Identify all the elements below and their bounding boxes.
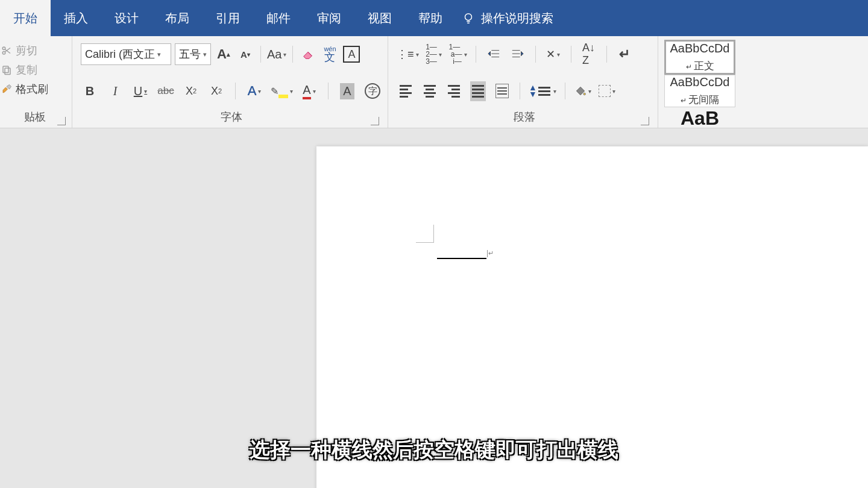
align-right-button[interactable] bbox=[445, 80, 463, 102]
tell-me-search[interactable]: 操作说明搜索 bbox=[456, 0, 559, 36]
tab-insert[interactable]: 插入 bbox=[51, 0, 101, 36]
style-label: ↵正文 bbox=[686, 59, 714, 73]
style-demo-text: AaB bbox=[681, 107, 719, 130]
svg-rect-4 bbox=[5, 68, 10, 75]
shading-button[interactable]: ▾ bbox=[574, 80, 592, 102]
separator bbox=[520, 83, 520, 99]
svg-point-0 bbox=[465, 14, 472, 20]
cut-button[interactable]: 剪切 bbox=[1, 41, 68, 60]
separator bbox=[292, 46, 293, 63]
decrease-indent-icon bbox=[487, 48, 500, 60]
spacing-lines-icon bbox=[538, 85, 550, 98]
borders-button[interactable]: ▾ bbox=[598, 80, 616, 102]
character-shading-button[interactable]: A bbox=[338, 80, 356, 102]
text-cursor: |↵ bbox=[486, 249, 494, 257]
cut-label: 剪切 bbox=[16, 43, 37, 58]
paragraph-group-label: 段落 bbox=[397, 110, 652, 128]
align-left-button[interactable] bbox=[397, 80, 415, 102]
ribbon: 剪切 复制 格式刷 贴板 Calibri (西文正▾ 五号▾ A▴ A▾ Aa▾ bbox=[0, 36, 868, 128]
decrease-indent-button[interactable] bbox=[485, 43, 503, 65]
spacing-arrows-icon: ▲▼ bbox=[529, 84, 537, 98]
separator bbox=[565, 83, 565, 99]
align-center-button[interactable] bbox=[421, 80, 439, 102]
asian-layout-button[interactable]: ✕▾ bbox=[544, 43, 562, 65]
font-color-button[interactable]: A▾ bbox=[300, 80, 318, 102]
format-painter-label: 格式刷 bbox=[16, 82, 48, 96]
highlight-button[interactable]: ✎ ▾ bbox=[271, 80, 293, 102]
line-spacing-button[interactable]: ▲▼ ▾ bbox=[529, 80, 556, 102]
show-hide-marks-button[interactable]: ↵ bbox=[615, 43, 634, 65]
separator bbox=[571, 46, 571, 63]
underline-button[interactable]: U▾ bbox=[131, 80, 149, 102]
align-center-icon bbox=[424, 83, 436, 99]
increase-indent-icon bbox=[511, 48, 524, 60]
scissors-icon bbox=[1, 45, 12, 56]
clipboard-launcher[interactable] bbox=[57, 117, 66, 125]
style-demo-text: AaBbCcDd bbox=[670, 75, 730, 89]
tab-review[interactable]: 审阅 bbox=[304, 0, 354, 36]
group-clipboard: 剪切 复制 格式刷 贴板 bbox=[0, 36, 72, 128]
text-effects-button[interactable]: A▾ bbox=[245, 80, 263, 102]
change-case-button[interactable]: Aa▾ bbox=[267, 43, 286, 65]
svg-point-5 bbox=[583, 93, 585, 95]
bullets-button[interactable]: ⋮≡▾ bbox=[397, 43, 419, 65]
paint-bucket-icon bbox=[574, 85, 587, 97]
tab-home[interactable]: 开始 bbox=[0, 0, 51, 36]
ribbon-tabs: 开始 插入 设计 布局 引用 邮件 审阅 视图 帮助 操作说明搜索 bbox=[0, 0, 868, 36]
group-font: Calibri (西文正▾ 五号▾ A▴ A▾ Aa▾ wén文 A B I U… bbox=[72, 36, 388, 128]
char-border-icon: A bbox=[343, 46, 360, 63]
style-label: ↵无间隔 bbox=[681, 93, 719, 107]
paintbrush-icon bbox=[1, 84, 12, 95]
font-launcher[interactable] bbox=[371, 117, 379, 125]
tab-layout[interactable]: 布局 bbox=[152, 0, 203, 36]
sort-button[interactable]: A↓Z bbox=[580, 43, 598, 65]
justify-icon bbox=[470, 81, 486, 101]
style-demo-text: AaBbCcDd bbox=[670, 42, 730, 55]
separator bbox=[328, 83, 329, 99]
multilevel-list-button[interactable]: 1— a— i—▾ bbox=[449, 43, 467, 65]
group-styles: AaBbCcDd ↵正文 AaBbCcDd ↵无间隔 AaB 标题 1 bbox=[658, 36, 868, 128]
tab-reference[interactable]: 引用 bbox=[203, 0, 253, 36]
italic-button[interactable]: I bbox=[106, 80, 124, 102]
margin-corner-mark bbox=[416, 225, 434, 243]
format-painter-button[interactable]: 格式刷 bbox=[1, 80, 68, 99]
strikethrough-button[interactable]: abc bbox=[157, 80, 175, 102]
subtitle-overlay: 选择一种横线然后按空格键即可打出横线 bbox=[0, 436, 868, 464]
separator bbox=[535, 46, 536, 63]
subscript-button[interactable]: X2 bbox=[182, 80, 200, 102]
eraser-icon bbox=[301, 48, 315, 61]
enclose-characters-button[interactable]: 字 bbox=[363, 80, 382, 102]
pinyin-icon: wén文 bbox=[324, 46, 336, 62]
superscript-button[interactable]: X2 bbox=[207, 80, 225, 102]
clipboard-group-label: 贴板 bbox=[1, 110, 68, 128]
justify-button[interactable] bbox=[469, 80, 487, 102]
tab-help[interactable]: 帮助 bbox=[405, 0, 456, 36]
copy-button[interactable]: 复制 bbox=[1, 60, 68, 80]
style-no-spacing[interactable]: AaBbCcDd ↵无间隔 bbox=[664, 75, 735, 107]
style-normal[interactable]: AaBbCcDd ↵正文 bbox=[664, 40, 735, 75]
group-paragraph: ⋮≡▾ 1—2—3—▾ 1— a— i—▾ ✕▾ A↓Z ↵ ▲▼ ▾ bbox=[388, 36, 658, 128]
inserted-horizontal-line[interactable] bbox=[437, 258, 486, 259]
character-border-button[interactable]: A bbox=[342, 43, 360, 65]
distribute-icon bbox=[495, 84, 509, 98]
bold-button[interactable]: B bbox=[81, 80, 99, 102]
distribute-button[interactable] bbox=[493, 80, 511, 102]
copy-label: 复制 bbox=[16, 63, 37, 77]
clear-formatting-button[interactable] bbox=[299, 43, 317, 65]
document-area[interactable]: |↵ bbox=[0, 128, 868, 488]
phonetic-guide-button[interactable]: wén文 bbox=[321, 43, 339, 65]
tab-view[interactable]: 视图 bbox=[354, 0, 405, 36]
shrink-font-button[interactable]: A▾ bbox=[236, 43, 254, 65]
tell-me-label: 操作说明搜索 bbox=[481, 10, 553, 27]
increase-indent-button[interactable] bbox=[509, 43, 527, 65]
tab-mail[interactable]: 邮件 bbox=[253, 0, 304, 36]
separator bbox=[235, 83, 236, 99]
font-name-combo[interactable]: Calibri (西文正▾ bbox=[81, 43, 171, 65]
font-size-combo[interactable]: 五号▾ bbox=[175, 43, 211, 65]
font-group-label: 字体 bbox=[81, 110, 382, 128]
grow-font-button[interactable]: A▴ bbox=[215, 43, 233, 65]
tab-design[interactable]: 设计 bbox=[101, 0, 152, 36]
paragraph-launcher[interactable] bbox=[641, 117, 649, 125]
svg-rect-3 bbox=[3, 66, 8, 73]
numbering-button[interactable]: 1—2—3—▾ bbox=[425, 43, 443, 65]
